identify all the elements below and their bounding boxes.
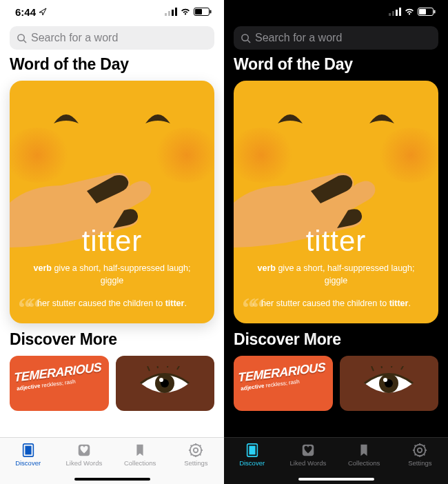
tab-bar: Discover Liked Words Collections Setting… xyxy=(224,437,448,484)
face-eye-left xyxy=(276,110,304,125)
eye-icon xyxy=(361,366,416,401)
book-icon xyxy=(244,443,261,458)
tab-label: Settings xyxy=(184,459,207,467)
tab-label: Liked Words xyxy=(66,459,103,467)
svg-rect-0 xyxy=(165,13,167,16)
svg-line-55 xyxy=(424,454,425,456)
search-input[interactable] xyxy=(255,32,431,44)
svg-rect-35 xyxy=(434,10,436,14)
discover-card-eye[interactable] xyxy=(340,356,439,411)
word-of-the-day-card[interactable]: titter verb give a short, half-suppresse… xyxy=(10,81,214,323)
book-icon xyxy=(20,443,37,458)
light-mode-preview: 6:44 Word of the Day titter ve xyxy=(0,0,224,484)
tab-label: Settings xyxy=(408,459,431,467)
location-icon xyxy=(39,8,47,16)
svg-point-7 xyxy=(18,34,24,40)
tab-discover[interactable]: Discover xyxy=(0,438,56,484)
face-eye-left xyxy=(52,110,80,125)
svg-rect-5 xyxy=(195,9,202,14)
svg-line-13 xyxy=(157,366,158,368)
svg-line-25 xyxy=(191,445,192,447)
tab-liked-words[interactable]: Liked Words xyxy=(280,438,336,484)
svg-line-26 xyxy=(200,454,201,456)
tab-label: Liked Words xyxy=(290,459,327,467)
tab-settings[interactable]: Settings xyxy=(392,438,448,484)
quote-icon: ““ xyxy=(18,292,37,323)
svg-rect-32 xyxy=(399,8,401,16)
svg-line-57 xyxy=(424,445,425,447)
status-bar: 6:44 xyxy=(224,0,448,23)
discover-heading: Discover More xyxy=(234,330,438,349)
battery-icon xyxy=(194,8,212,16)
discover-heading: Discover More xyxy=(10,330,214,349)
svg-point-20 xyxy=(194,448,198,452)
wotd-word: titter xyxy=(26,225,198,258)
status-right xyxy=(389,8,436,16)
status-bar: 6:44 xyxy=(0,0,224,23)
wotd-heading: Word of the Day xyxy=(10,55,214,74)
tab-collections[interactable]: Collections xyxy=(112,438,168,484)
svg-line-37 xyxy=(247,40,250,43)
search-icon xyxy=(17,33,27,43)
svg-line-27 xyxy=(191,454,192,456)
svg-line-8 xyxy=(23,40,26,43)
svg-line-44 xyxy=(401,366,404,370)
tab-label: Discover xyxy=(15,459,41,467)
tab-discover[interactable]: Discover xyxy=(224,438,280,484)
wotd-heading: Word of the Day xyxy=(234,55,438,74)
wifi-icon xyxy=(180,8,191,16)
dark-mode-preview: 6:44 Word of the Day titter verb give xyxy=(224,0,448,484)
svg-line-42 xyxy=(381,366,382,368)
svg-rect-30 xyxy=(392,11,394,16)
wifi-icon xyxy=(404,8,415,16)
search-bar[interactable] xyxy=(10,26,214,50)
tab-label: Collections xyxy=(348,459,380,467)
tab-bar: Discover Liked Words Collections Setting… xyxy=(0,437,224,484)
face-eye-right xyxy=(368,110,396,125)
svg-rect-34 xyxy=(419,9,426,14)
word-of-the-day-card[interactable]: titter verb give a short, half-suppresse… xyxy=(234,81,438,323)
svg-point-49 xyxy=(418,448,422,452)
quote-icon: ““ xyxy=(242,292,261,323)
svg-line-28 xyxy=(200,445,201,447)
svg-rect-2 xyxy=(172,10,174,16)
svg-rect-17 xyxy=(25,446,31,455)
svg-point-36 xyxy=(242,34,248,40)
discover-row: TEMERARIOUS adjective reckless; rash xyxy=(0,356,224,411)
gear-icon xyxy=(411,443,428,458)
tab-collections[interactable]: Collections xyxy=(336,438,392,484)
battery-icon xyxy=(418,8,436,16)
tab-settings[interactable]: Settings xyxy=(168,438,224,484)
svg-line-14 xyxy=(167,366,168,367)
bookmark-icon xyxy=(356,443,372,458)
svg-line-15 xyxy=(177,366,180,370)
discover-card-temerarious[interactable]: TEMERARIOUS adjective reckless; rash xyxy=(10,356,109,411)
status-right xyxy=(165,8,212,16)
wotd-word: titter xyxy=(250,225,422,258)
svg-line-54 xyxy=(415,445,416,447)
face-eye-right xyxy=(144,110,172,125)
svg-rect-3 xyxy=(175,8,177,16)
svg-rect-46 xyxy=(249,446,255,455)
bookmark-icon xyxy=(132,443,148,458)
home-indicator[interactable] xyxy=(74,478,150,481)
svg-rect-1 xyxy=(168,11,170,16)
discover-card-temerarious[interactable]: TEMERARIOUS adjective reckless; rash xyxy=(234,356,333,411)
svg-rect-6 xyxy=(210,10,212,14)
tab-label: Collections xyxy=(124,459,156,467)
cellular-icon xyxy=(165,8,177,16)
svg-line-12 xyxy=(147,366,150,371)
gear-icon xyxy=(187,443,204,458)
svg-rect-31 xyxy=(396,10,398,16)
tab-liked-words[interactable]: Liked Words xyxy=(56,438,112,484)
search-bar[interactable] xyxy=(234,26,438,50)
svg-line-56 xyxy=(415,454,416,456)
svg-point-40 xyxy=(383,378,387,382)
home-indicator[interactable] xyxy=(298,478,374,481)
tab-label: Discover xyxy=(239,459,265,467)
search-input[interactable] xyxy=(31,32,207,44)
heart-icon xyxy=(300,443,316,458)
search-icon xyxy=(241,33,251,43)
svg-rect-29 xyxy=(389,13,391,16)
discover-card-eye[interactable] xyxy=(116,356,215,411)
